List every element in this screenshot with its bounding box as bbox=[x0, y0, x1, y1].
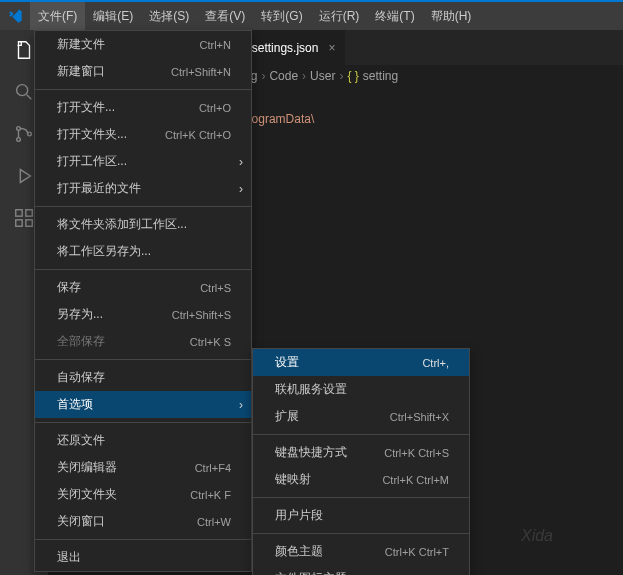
preferences-submenu: 设置Ctrl+, 联机服务设置 扩展Ctrl+Shift+X 键盘快捷方式Ctr… bbox=[252, 348, 470, 575]
source-control-icon[interactable] bbox=[12, 122, 36, 146]
submenu-icon-theme[interactable]: 文件图标主题 bbox=[253, 565, 469, 575]
vscode-logo-icon bbox=[0, 8, 30, 24]
menu-open-workspace[interactable]: 打开工作区...› bbox=[35, 148, 251, 175]
submenu-snippets[interactable]: 用户片段 bbox=[253, 502, 469, 529]
submenu-online-settings[interactable]: 联机服务设置 bbox=[253, 376, 469, 403]
explorer-icon[interactable] bbox=[12, 38, 36, 62]
menu-revert[interactable]: 还原文件 bbox=[35, 427, 251, 454]
file-menu-dropdown: 新建文件Ctrl+N 新建窗口Ctrl+Shift+N 打开文件...Ctrl+… bbox=[34, 30, 252, 572]
menu-file[interactable]: 文件(F) bbox=[30, 2, 85, 30]
menu-terminal[interactable]: 终端(T) bbox=[367, 2, 422, 30]
menu-close-window[interactable]: 关闭窗口Ctrl+W bbox=[35, 508, 251, 535]
menu-close-editor[interactable]: 关闭编辑器Ctrl+F4 bbox=[35, 454, 251, 481]
svg-rect-4 bbox=[16, 210, 22, 216]
close-icon[interactable]: × bbox=[328, 41, 335, 55]
search-icon[interactable] bbox=[12, 80, 36, 104]
menu-preferences[interactable]: 首选项› bbox=[35, 391, 251, 418]
extensions-icon[interactable] bbox=[12, 206, 36, 230]
submenu-settings[interactable]: 设置Ctrl+, bbox=[253, 349, 469, 376]
svg-rect-5 bbox=[16, 220, 22, 226]
menu-open-recent[interactable]: 打开最近的文件› bbox=[35, 175, 251, 202]
chevron-right-icon: › bbox=[239, 398, 243, 412]
titlebar: 文件(F) 编辑(E) 选择(S) 查看(V) 转到(G) 运行(R) 终端(T… bbox=[0, 0, 623, 30]
tab-label: settings.json bbox=[252, 41, 319, 55]
svg-rect-7 bbox=[26, 210, 32, 216]
menu-open-file[interactable]: 打开文件...Ctrl+O bbox=[35, 94, 251, 121]
menu-edit[interactable]: 编辑(E) bbox=[85, 2, 141, 30]
menu-help[interactable]: 帮助(H) bbox=[423, 2, 480, 30]
menu-goto[interactable]: 转到(G) bbox=[253, 2, 310, 30]
menu-save-all[interactable]: 全部保存Ctrl+K S bbox=[35, 328, 251, 355]
svg-point-0 bbox=[17, 85, 28, 96]
watermark: Xida bbox=[521, 527, 553, 545]
menu-select[interactable]: 选择(S) bbox=[141, 2, 197, 30]
menu-exit[interactable]: 退出 bbox=[35, 544, 251, 571]
submenu-kb-shortcuts[interactable]: 键盘快捷方式Ctrl+K Ctrl+S bbox=[253, 439, 469, 466]
svg-point-2 bbox=[17, 138, 21, 142]
svg-point-1 bbox=[17, 127, 21, 131]
chevron-right-icon: › bbox=[239, 182, 243, 196]
menu-new-file[interactable]: 新建文件Ctrl+N bbox=[35, 31, 251, 58]
menu-save[interactable]: 保存Ctrl+S bbox=[35, 274, 251, 301]
menu-save-workspace[interactable]: 将工作区另存为... bbox=[35, 238, 251, 265]
menubar: 文件(F) 编辑(E) 选择(S) 查看(V) 转到(G) 运行(R) 终端(T… bbox=[30, 2, 479, 30]
debug-icon[interactable] bbox=[12, 164, 36, 188]
svg-rect-6 bbox=[26, 220, 32, 226]
menu-save-as[interactable]: 另存为...Ctrl+Shift+S bbox=[35, 301, 251, 328]
submenu-color-theme[interactable]: 颜色主题Ctrl+K Ctrl+T bbox=[253, 538, 469, 565]
submenu-extensions[interactable]: 扩展Ctrl+Shift+X bbox=[253, 403, 469, 430]
chevron-right-icon: › bbox=[239, 155, 243, 169]
submenu-keymaps[interactable]: 键映射Ctrl+K Ctrl+M bbox=[253, 466, 469, 493]
menu-auto-save[interactable]: 自动保存 bbox=[35, 364, 251, 391]
menu-new-window[interactable]: 新建窗口Ctrl+Shift+N bbox=[35, 58, 251, 85]
menu-add-folder[interactable]: 将文件夹添加到工作区... bbox=[35, 211, 251, 238]
menu-view[interactable]: 查看(V) bbox=[197, 2, 253, 30]
menu-run[interactable]: 运行(R) bbox=[311, 2, 368, 30]
menu-open-folder[interactable]: 打开文件夹...Ctrl+K Ctrl+O bbox=[35, 121, 251, 148]
menu-close-folder[interactable]: 关闭文件夹Ctrl+K F bbox=[35, 481, 251, 508]
